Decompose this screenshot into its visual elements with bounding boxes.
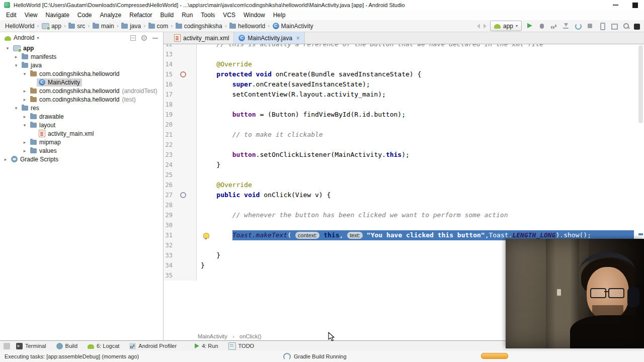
menu-code[interactable]: Code bbox=[73, 10, 96, 20]
expand-arrow-icon[interactable]: ▸ bbox=[21, 88, 28, 94]
code-line-13[interactable]: 13 bbox=[164, 49, 644, 59]
expand-arrow-icon[interactable]: ▾ bbox=[13, 63, 20, 68]
menu-refactor[interactable]: Refactor bbox=[125, 10, 156, 20]
toolwindow-terminal[interactable]: Terminal bbox=[11, 341, 51, 351]
project-tree-item-gradle-scripts[interactable]: ▸ Gradle Scripts bbox=[0, 155, 163, 163]
editor-gutter[interactable]: 24 bbox=[164, 160, 197, 170]
editor-gutter[interactable]: 26 bbox=[164, 180, 197, 190]
menu-analyze[interactable]: Analyze bbox=[96, 10, 126, 20]
intention-bulb-icon[interactable] bbox=[203, 233, 209, 238]
expand-arrow-icon[interactable]: ▾ bbox=[4, 46, 11, 51]
sync-icon[interactable] bbox=[574, 22, 582, 30]
editor-gutter[interactable]: 25 bbox=[164, 170, 197, 180]
gradle-build-status[interactable]: Gradle Build Running bbox=[283, 353, 347, 360]
menu-view[interactable]: View bbox=[21, 10, 42, 20]
search-icon[interactable] bbox=[622, 22, 630, 30]
code-line-20[interactable]: 20 bbox=[164, 120, 644, 130]
code-line-21[interactable]: 21 // to make it clickable bbox=[164, 130, 644, 140]
editor-gutter[interactable]: 22 bbox=[164, 140, 197, 150]
menu-run[interactable]: Run bbox=[178, 10, 197, 20]
capture-icon[interactable] bbox=[634, 24, 640, 30]
code-line-15[interactable]: 15 protected void onCreate(Bundle savedI… bbox=[164, 69, 644, 79]
editor-gutter[interactable]: 19 bbox=[164, 110, 197, 120]
run-configuration-select[interactable]: app ▾ bbox=[490, 21, 522, 31]
editor-gutter[interactable]: 23 bbox=[164, 150, 197, 160]
menu-tools[interactable]: Tools bbox=[197, 10, 219, 20]
code-line-26[interactable]: 26 @Override bbox=[164, 180, 644, 190]
collapse-all-icon[interactable] bbox=[130, 35, 136, 41]
editor-gutter[interactable]: 32 bbox=[164, 240, 197, 250]
code-line-23[interactable]: 23 button.setOnClickListener(MainActivit… bbox=[164, 150, 644, 160]
toolwindow-todo[interactable]: TODO bbox=[223, 341, 260, 351]
code-line-12[interactable]: 12 // this is actually a reference of th… bbox=[164, 44, 644, 49]
breadcrumb-app[interactable]: app bbox=[41, 23, 62, 30]
project-tree-item-com-codingshiksha-helloworld[interactable]: ▸ com.codingshiksha.helloworld (test) bbox=[0, 95, 163, 104]
editor-gutter[interactable]: 12 bbox=[164, 44, 197, 49]
project-tree-item-java[interactable]: ▾ java bbox=[0, 61, 163, 69]
editor-gutter[interactable]: 20 bbox=[164, 120, 197, 130]
code-line-17[interactable]: 17 setContentView(R.layout.activity_main… bbox=[164, 89, 644, 100]
editor-gutter[interactable]: 21 bbox=[164, 130, 197, 140]
breadcrumb-java[interactable]: java bbox=[120, 23, 142, 30]
code-line-16[interactable]: 16 super.onCreate(savedInstanceState); bbox=[164, 79, 644, 89]
editor-scrollbar[interactable] bbox=[638, 45, 643, 123]
breadcrumb-mainactivity[interactable]: MainActivity bbox=[198, 333, 227, 339]
profiler-icon[interactable] bbox=[549, 22, 558, 30]
forward-icon[interactable] bbox=[484, 24, 487, 29]
editor-gutter[interactable]: 31 bbox=[164, 230, 197, 240]
project-tree-item-activity-main-xml[interactable]: activity_main.xml bbox=[0, 129, 163, 138]
chevron-down-icon[interactable]: ▾ bbox=[37, 36, 39, 40]
code-line-18[interactable]: 18 bbox=[164, 100, 644, 110]
project-tree-item-values[interactable]: ▸ values bbox=[0, 146, 163, 155]
menu-build[interactable]: Build bbox=[156, 10, 178, 20]
toolwindow-switcher-icon[interactable] bbox=[4, 343, 10, 349]
breadcrumb-com[interactable]: com bbox=[147, 23, 170, 30]
editor-gutter[interactable]: 15 bbox=[164, 69, 197, 79]
code-line-24[interactable]: 24 } bbox=[164, 160, 644, 170]
project-tree-item-com-codingshiksha-helloworld[interactable]: ▸ com.codingshiksha.helloworld (androidT… bbox=[0, 86, 163, 95]
code-line-29[interactable]: 29 // whenever the button has been click… bbox=[164, 210, 644, 220]
editor-gutter[interactable]: 27 bbox=[164, 190, 197, 200]
toolwindow-build[interactable]: Build bbox=[51, 341, 83, 351]
editor-gutter[interactable]: 16 bbox=[164, 79, 197, 89]
project-view-selector[interactable]: Android bbox=[14, 34, 34, 41]
menu-navigate[interactable]: Navigate bbox=[41, 10, 73, 20]
project-tree-item-mipmap[interactable]: ▸ mipmap bbox=[0, 138, 163, 146]
breadcrumb-src[interactable]: src bbox=[67, 23, 86, 30]
menu-edit[interactable]: Edit bbox=[2, 10, 21, 20]
breadcrumb-codingshiksha[interactable]: codingshiksha bbox=[175, 23, 223, 30]
run-icon[interactable] bbox=[525, 22, 534, 30]
editor-gutter[interactable]: 17 bbox=[164, 89, 197, 100]
breadcrumb-helloworld[interactable]: helloworld bbox=[228, 23, 266, 30]
minimize-button[interactable] bbox=[613, 5, 618, 6]
project-tree-item-manifests[interactable]: ▸ manifests bbox=[0, 52, 163, 61]
stop-icon[interactable] bbox=[586, 22, 594, 30]
expand-arrow-icon[interactable]: ▾ bbox=[21, 123, 28, 128]
breadcrumb-onclick[interactable]: onClick() bbox=[239, 333, 261, 339]
hide-panel-icon[interactable] bbox=[152, 35, 158, 41]
code-line-25[interactable]: 25 bbox=[164, 170, 644, 180]
breadcrumb-mainactivity[interactable]: MainActivity bbox=[272, 23, 314, 30]
settings-gear-icon[interactable] bbox=[141, 35, 147, 41]
close-tab-icon[interactable]: × bbox=[296, 35, 300, 42]
editor-gutter[interactable]: 29 bbox=[164, 210, 197, 220]
expand-arrow-icon[interactable]: ▸ bbox=[21, 114, 28, 119]
editor-gutter[interactable]: 30 bbox=[164, 220, 197, 230]
project-tree-item-res[interactable]: ▾ res bbox=[0, 104, 163, 112]
expand-arrow-icon[interactable]: ▸ bbox=[21, 148, 28, 153]
breadcrumb-helloworld[interactable]: HelloWorld bbox=[4, 23, 35, 30]
project-tree-item-drawable[interactable]: ▸ drawable bbox=[0, 112, 163, 121]
project-tree-item-layout[interactable]: ▾ layout bbox=[0, 121, 163, 129]
expand-arrow-icon[interactable]: ▸ bbox=[21, 140, 28, 145]
toolwindow-android-profiler[interactable]: Android Profiler bbox=[124, 341, 182, 351]
toolwindow-6-logcat[interactable]: 6: Logcat bbox=[83, 341, 124, 351]
code-line-22[interactable]: 22 bbox=[164, 140, 644, 150]
editor-gutter[interactable]: 13 bbox=[164, 49, 197, 59]
sdk-manager-icon[interactable] bbox=[610, 22, 618, 30]
code-line-30[interactable]: 30 bbox=[164, 220, 644, 230]
breadcrumb-main[interactable]: main bbox=[92, 23, 115, 30]
avd-manager-icon[interactable] bbox=[598, 22, 606, 30]
editor-gutter[interactable]: 33 bbox=[164, 250, 197, 260]
project-tree-item-mainactivity[interactable]: MainActivity bbox=[0, 78, 163, 86]
tab-mainactivity-java[interactable]: MainActivity.java × bbox=[234, 32, 305, 44]
